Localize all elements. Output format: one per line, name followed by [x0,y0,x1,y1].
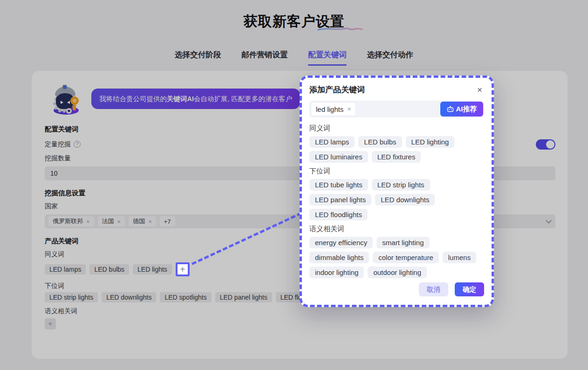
modal-semantic-label: 语义相关词 [309,225,484,233]
keyword-input-tag[interactable]: led lights × [311,103,356,116]
cancel-button[interactable]: 取消 [419,282,448,296]
suggested-keyword-tag[interactable]: dimmable lights [309,252,369,263]
suggested-keyword-tag[interactable]: LED lamps [309,136,355,148]
modal-semantic-tags: energy efficiencysmart lightingdimmable … [309,237,484,278]
modal-hyponyms-label: 下位词 [309,167,484,176]
close-icon[interactable]: × [475,84,484,95]
modal-hyponym-tags: LED tube lightsLED strip lightsLED panel… [309,179,484,220]
suggested-keyword-tag[interactable]: energy efficiency [309,237,373,248]
suggested-keyword-tag[interactable]: LED luminaires [309,151,368,163]
suggested-keyword-tag[interactable]: LED floodlights [309,209,368,220]
modal-synonyms-label: 同义词 [309,124,484,133]
confirm-button[interactable]: 确定 [455,282,484,296]
suggested-keyword-tag[interactable]: LED bulbs [358,136,402,148]
modal-synonym-tags: LED lampsLED bulbsLED lightingLED lumina… [309,136,484,163]
suggested-keyword-tag[interactable]: smart lighting [376,237,429,248]
modal-suggestions: 同义词 LED lampsLED bulbsLED lightingLED lu… [309,122,484,279]
suggested-keyword-tag[interactable]: LED strip lights [372,179,430,191]
suggested-keyword-tag[interactable]: LED downlights [375,194,435,206]
modal-footer: 取消 确定 [309,282,484,296]
keyword-input[interactable]: led lights × AI推荐 [309,101,484,117]
suggested-keyword-tag[interactable]: lumens [443,252,476,263]
suggested-keyword-tag[interactable]: LED fixtures [372,151,421,163]
suggested-keyword-tag[interactable]: indoor lighting [309,267,364,278]
modal-title: 添加产品关键词 [309,84,365,95]
suggested-keyword-tag[interactable]: LED lighting [406,136,455,148]
suggested-keyword-tag[interactable]: outdoor lighting [368,267,427,278]
remove-keyword-icon[interactable]: × [347,105,351,113]
robot-icon [447,106,454,112]
suggested-keyword-tag[interactable]: color temperature [373,252,439,263]
add-synonym-button[interactable]: + [176,262,190,276]
ai-recommend-button[interactable]: AI推荐 [440,102,483,116]
suggested-keyword-tag[interactable]: LED tube lights [309,179,368,191]
modal-header: 添加产品关键词 × [309,84,484,95]
add-keyword-modal: 添加产品关键词 × led lights × AI推荐 同义词 LED lamp… [300,75,494,307]
suggested-keyword-tag[interactable]: LED panel lights [309,194,371,206]
modal-backdrop[interactable] [0,0,588,370]
